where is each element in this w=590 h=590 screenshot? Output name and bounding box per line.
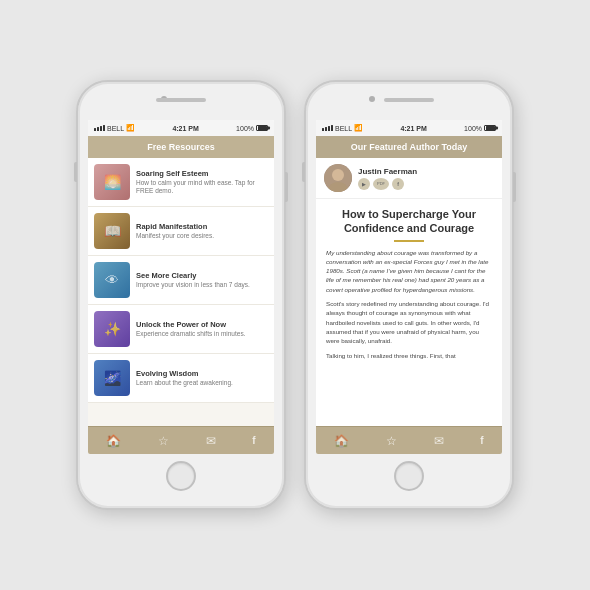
phone-left: BELL 📶 4:21 PM 100% Free Resources 🌅 (76, 80, 286, 510)
item-text-1: Soaring Self Esteem How to calm your min… (136, 169, 268, 196)
status-bar-left: BELL 📶 4:21 PM 100% (88, 120, 274, 136)
carrier-right: BELL (335, 125, 352, 132)
battery-icon-left (256, 125, 268, 131)
tab-bar-left[interactable]: 🏠 ☆ ✉ f (88, 426, 274, 454)
phone-bottom-left (78, 454, 284, 498)
item-text-5: Evolving Wisdom Learn about the great aw… (136, 369, 268, 387)
avatar-svg (324, 164, 352, 192)
wifi-left: 📶 (126, 124, 135, 132)
item-subtitle-2: Manifest your core desires. (136, 232, 268, 240)
item-title-2: Rapid Manifestation (136, 222, 268, 231)
tab-facebook-right[interactable]: f (480, 435, 483, 446)
list-item-3[interactable]: 👁 See More Clearly Improve your vision i… (88, 256, 274, 305)
screen-left: BELL 📶 4:21 PM 100% Free Resources 🌅 (88, 120, 274, 454)
thumb-img-4: ✨ (94, 311, 130, 347)
article-para-1: My understanding about courage was trans… (326, 248, 492, 294)
item-subtitle-1: How to calm your mind with ease. Tap for… (136, 179, 268, 196)
thumb-img-1: 🌅 (94, 164, 130, 200)
author-info: Justin Faerman ▶ PDF f (358, 167, 494, 190)
thumb-img-5: 🌌 (94, 360, 130, 396)
tab-bookmark-left[interactable]: ☆ (158, 434, 169, 448)
item-text-2: Rapid Manifestation Manifest your core d… (136, 222, 268, 240)
author-name: Justin Faerman (358, 167, 494, 176)
phone-top-left (78, 82, 284, 120)
status-right-right: 100% (464, 125, 496, 132)
item-text-4: Unlock the Power of Now Experience drama… (136, 320, 268, 338)
time-right: 4:21 PM (400, 125, 426, 132)
author-icons[interactable]: ▶ PDF f (358, 178, 494, 190)
article-title: How to Supercharge Your Confidence and C… (326, 207, 492, 236)
featured-nav-right: Our Featured Author Today (316, 136, 502, 158)
phone-top-right (306, 82, 512, 120)
tab-facebook-left[interactable]: f (252, 435, 255, 446)
nav-bar-left: Free Resources (88, 136, 274, 158)
battery-icon-right (484, 125, 496, 131)
tab-bookmark-right[interactable]: ☆ (386, 434, 397, 448)
wifi-right: 📶 (354, 124, 363, 132)
status-left: BELL 📶 (94, 124, 135, 132)
author-avatar (324, 164, 352, 192)
article-para-3: Talking to him, I realized three things.… (326, 351, 492, 360)
thumb-3: 👁 (94, 262, 130, 298)
list-item-5[interactable]: 🌌 Evolving Wisdom Learn about the great … (88, 354, 274, 403)
item-title-3: See More Clearly (136, 271, 268, 280)
phone-bottom-right (306, 454, 512, 498)
author-header: Justin Faerman ▶ PDF f (316, 158, 502, 199)
article-content-area[interactable]: How to Supercharge Your Confidence and C… (316, 199, 502, 426)
carrier-left: BELL (107, 125, 124, 132)
tab-bar-right[interactable]: 🏠 ☆ ✉ f (316, 426, 502, 454)
nav-title-left: Free Resources (147, 142, 215, 152)
list-item-4[interactable]: ✨ Unlock the Power of Now Experience dra… (88, 305, 274, 354)
thumb-5: 🌌 (94, 360, 130, 396)
screen-right: BELL 📶 4:21 PM 100% Our Featured Author … (316, 120, 502, 454)
list-item-2[interactable]: 📖 Rapid Manifestation Manifest your core… (88, 207, 274, 256)
thumb-img-3: 👁 (94, 262, 130, 298)
time-left: 4:21 PM (172, 125, 198, 132)
tab-mail-right[interactable]: ✉ (434, 434, 444, 448)
thumb-img-2: 📖 (94, 213, 130, 249)
article-divider (394, 240, 424, 242)
list-item-1[interactable]: 🌅 Soaring Self Esteem How to calm your m… (88, 158, 274, 207)
thumb-1: 🌅 (94, 164, 130, 200)
svg-point-1 (332, 169, 344, 181)
signal-right (322, 125, 333, 131)
tab-home-left[interactable]: 🏠 (106, 434, 121, 448)
phone-right: BELL 📶 4:21 PM 100% Our Featured Author … (304, 80, 514, 510)
article-body: My understanding about courage was trans… (326, 248, 492, 360)
home-button-left[interactable] (166, 461, 196, 491)
item-title-1: Soaring Self Esteem (136, 169, 268, 178)
home-button-right[interactable] (394, 461, 424, 491)
tab-home-right[interactable]: 🏠 (334, 434, 349, 448)
status-left-right: BELL 📶 (322, 124, 363, 132)
thumb-2: 📖 (94, 213, 130, 249)
battery-pct-right: 100% (464, 125, 482, 132)
speaker-left (156, 98, 206, 102)
status-bar-right: BELL 📶 4:21 PM 100% (316, 120, 502, 136)
author-facebook-btn[interactable]: f (392, 178, 404, 190)
tab-mail-left[interactable]: ✉ (206, 434, 216, 448)
content-left[interactable]: 🌅 Soaring Self Esteem How to calm your m… (88, 158, 274, 426)
status-right-left: 100% (236, 125, 268, 132)
author-pdf-btn[interactable]: PDF (373, 178, 389, 190)
speaker-right (384, 98, 434, 102)
item-subtitle-3: Improve your vision in less than 7 days. (136, 281, 268, 289)
article-para-2: Scott's story redefined my understanding… (326, 299, 492, 345)
camera-right (369, 96, 375, 102)
battery-fill-left (258, 126, 267, 130)
item-subtitle-4: Experience dramatic shifts in minutes. (136, 330, 268, 338)
thumb-4: ✨ (94, 311, 130, 347)
signal-left (94, 125, 105, 131)
article-content: How to Supercharge Your Confidence and C… (316, 199, 502, 373)
author-play-btn[interactable]: ▶ (358, 178, 370, 190)
battery-pct-left: 100% (236, 125, 254, 132)
item-title-5: Evolving Wisdom (136, 369, 268, 378)
item-title-4: Unlock the Power of Now (136, 320, 268, 329)
item-text-3: See More Clearly Improve your vision in … (136, 271, 268, 289)
battery-fill-right (486, 126, 495, 130)
featured-nav-title: Our Featured Author Today (351, 142, 468, 152)
item-subtitle-5: Learn about the great awakening. (136, 379, 268, 387)
